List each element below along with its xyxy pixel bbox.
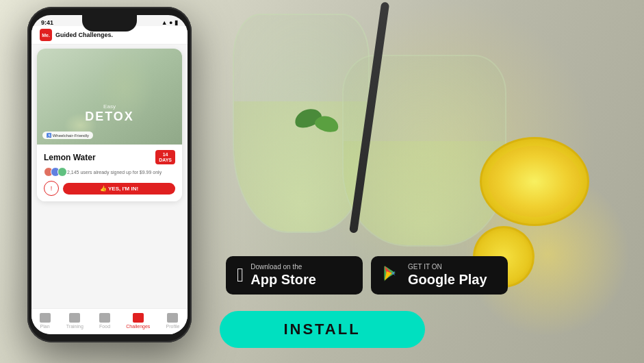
alert-button[interactable]: ! xyxy=(44,181,59,196)
profile-icon xyxy=(167,313,178,323)
nav-plan[interactable]: Plan xyxy=(40,313,51,329)
days-badge: 14 DAYS xyxy=(155,150,175,164)
card-badge: ♿ Wheelchair-Friendly xyxy=(42,132,93,139)
users-text: 2,145 users already signed up for $9.99 … xyxy=(67,170,162,175)
phone-notch xyxy=(82,15,137,32)
mint-leaves xyxy=(294,110,349,151)
card-body: Lemon Water 14 DAYS 2,145 users already … xyxy=(37,145,182,201)
avatar-group xyxy=(44,167,64,177)
card-image: Easy DETOX ♿ Wheelchair-Friendly xyxy=(37,49,182,145)
bottom-nav: Plan Training Food Challenges Profile xyxy=(31,308,188,334)
nav-challenges[interactable]: Challenges xyxy=(126,313,150,329)
googleplay-button[interactable]: GET IT ON Google Play xyxy=(371,256,508,295)
challenges-icon xyxy=(133,313,144,323)
card-label: Easy DETOX xyxy=(37,103,182,124)
appstore-big-text: App Store xyxy=(250,271,316,288)
users-info: 2,145 users already signed up for $9.99 … xyxy=(44,167,175,177)
card-title-row: Lemon Water 14 DAYS xyxy=(44,150,175,164)
join-button[interactable]: 👍 YES, I'M IN! xyxy=(63,183,175,195)
days-number: 14 xyxy=(163,152,168,157)
card-difficulty: Easy xyxy=(37,103,182,110)
challenge-name: Lemon Water xyxy=(44,153,96,162)
lemon-half xyxy=(480,137,589,226)
appstore-small-text: Download on the xyxy=(250,263,316,271)
googleplay-big-text: Google Play xyxy=(408,271,487,288)
nav-profile[interactable]: Profile xyxy=(166,313,180,329)
googleplay-small-text: GET IT ON xyxy=(408,263,487,271)
appstore-text: Download on the App Store xyxy=(250,263,316,288)
nav-training-label: Training xyxy=(66,324,83,329)
app-title: Guided Challenges. xyxy=(55,32,113,38)
avatar-3 xyxy=(57,167,67,177)
card-actions: ! 👍 YES, I'M IN! xyxy=(44,181,175,196)
googleplay-icon xyxy=(382,264,401,288)
nav-food-label: Food xyxy=(99,324,110,329)
nav-plan-label: Plan xyxy=(40,324,50,329)
card-title-big: DETOX xyxy=(37,110,182,124)
googleplay-text: GET IT ON Google Play xyxy=(408,263,487,288)
days-label: DAYS xyxy=(159,158,172,162)
download-buttons:  Download on the App Store GET IT ON Go… xyxy=(226,256,508,295)
app-logo: Me. xyxy=(40,29,52,41)
nav-challenges-label: Challenges xyxy=(126,324,150,329)
status-icons: ▲ ● ▮ xyxy=(162,19,178,26)
food-icon xyxy=(99,313,110,323)
nav-training[interactable]: Training xyxy=(66,313,83,329)
training-icon xyxy=(69,313,80,323)
nav-food[interactable]: Food xyxy=(99,313,110,329)
challenge-card: Easy DETOX ♿ Wheelchair-Friendly Lemon W… xyxy=(37,49,182,201)
nav-profile-label: Profile xyxy=(166,324,180,329)
phone-screen: 9:41 ▲ ● ▮ Me. Guided Challenges. Easy D… xyxy=(31,15,188,334)
install-label: INSTALL xyxy=(283,321,360,338)
plan-icon xyxy=(40,313,51,323)
install-button[interactable]: INSTALL xyxy=(220,311,425,348)
apple-icon:  xyxy=(237,264,244,286)
appstore-button[interactable]:  Download on the App Store xyxy=(226,256,363,295)
status-time: 9:41 xyxy=(41,19,53,26)
phone-mockup: 9:41 ▲ ● ▮ Me. Guided Challenges. Easy D… xyxy=(27,7,192,342)
